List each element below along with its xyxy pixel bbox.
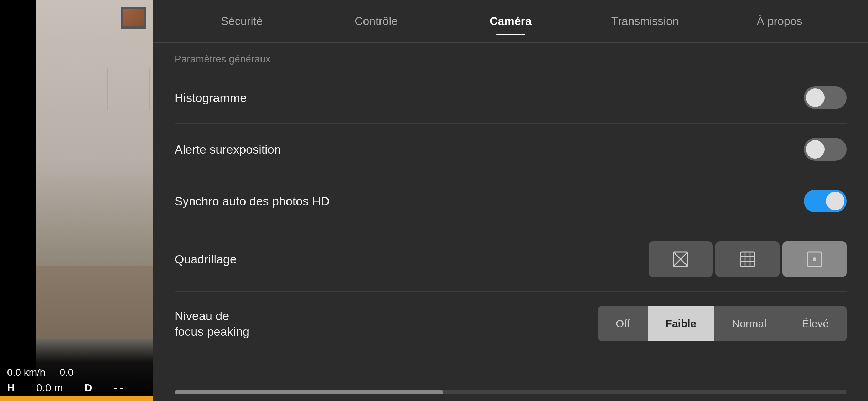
alerte-toggle[interactable] <box>804 138 847 161</box>
quadrillage-btn-center[interactable] <box>782 241 847 277</box>
svg-rect-3 <box>740 252 755 266</box>
setting-row-histogramme: Histogramme <box>175 72 847 124</box>
scroll-thumb <box>175 390 443 394</box>
hud-h-label: H <box>7 382 15 394</box>
tabs-bar: Sécurité Contrôle Caméra Transmission À … <box>153 0 868 43</box>
scroll-indicator[interactable] <box>175 390 847 394</box>
histogramme-label: Histogramme <box>175 91 247 105</box>
peaking-btn-faible[interactable]: Faible <box>648 306 714 341</box>
center-dot-icon <box>806 250 823 268</box>
setting-row-focus-peaking: Niveau de focus peaking Off Faible Norma… <box>175 292 847 356</box>
alerte-slider <box>804 138 847 161</box>
camera-preview-panel: 0.0 km/h 0.0 H 0.0 m D - - <box>0 0 153 401</box>
focus-peaking-label: Niveau de focus peaking <box>175 308 249 339</box>
hud-altitude: 0.0 <box>60 367 73 378</box>
orange-bar-bottom <box>0 396 153 401</box>
desk-area <box>36 266 153 337</box>
tab-controle[interactable]: Contrôle <box>309 7 443 35</box>
svg-point-9 <box>813 257 816 261</box>
hud-speed: 0.0 km/h <box>7 367 45 378</box>
setting-row-quadrillage: Quadrillage <box>175 227 847 292</box>
camera-hud: 0.0 km/h 0.0 H 0.0 m D - - <box>0 337 153 401</box>
peaking-btn-normal[interactable]: Normal <box>714 306 784 341</box>
settings-content: Histogramme Alerte surexposition Synchro… <box>153 72 868 390</box>
section-header: Paramètres généraux <box>153 43 868 72</box>
alerte-label: Alerte surexposition <box>175 143 281 156</box>
setting-row-synchro: Synchro auto des photos HD <box>175 175 847 227</box>
focus-peaking-group: Off Faible Normal Élevé <box>598 306 847 341</box>
picture-frame <box>121 7 146 29</box>
tab-transmission[interactable]: Transmission <box>578 7 712 35</box>
tab-apropos[interactable]: À propos <box>712 7 847 35</box>
hud-h-value: 0.0 m <box>36 382 63 394</box>
focus-box-overlay <box>107 68 150 110</box>
grid-icon <box>739 250 756 268</box>
setting-row-alerte: Alerte surexposition <box>175 124 847 175</box>
quadrillage-btn-diagonal[interactable] <box>649 241 713 277</box>
peaking-btn-off[interactable]: Off <box>598 306 647 341</box>
histogramme-slider <box>804 86 847 109</box>
settings-panel: Sécurité Contrôle Caméra Transmission À … <box>153 0 868 401</box>
diagonal-icon <box>672 250 689 268</box>
synchro-toggle[interactable] <box>804 190 847 212</box>
synchro-slider <box>804 190 847 212</box>
hud-d-label: D <box>84 382 92 394</box>
peaking-btn-eleve[interactable]: Élevé <box>784 306 847 341</box>
histogramme-toggle[interactable] <box>804 86 847 109</box>
quadrillage-segment-group <box>649 241 847 277</box>
hud-d-value: - - <box>113 382 123 394</box>
quadrillage-label: Quadrillage <box>175 252 237 266</box>
tab-securite[interactable]: Sécurité <box>175 7 309 35</box>
synchro-label: Synchro auto des photos HD <box>175 194 330 208</box>
tab-camera[interactable]: Caméra <box>443 7 578 35</box>
quadrillage-btn-grid[interactable] <box>715 241 780 277</box>
